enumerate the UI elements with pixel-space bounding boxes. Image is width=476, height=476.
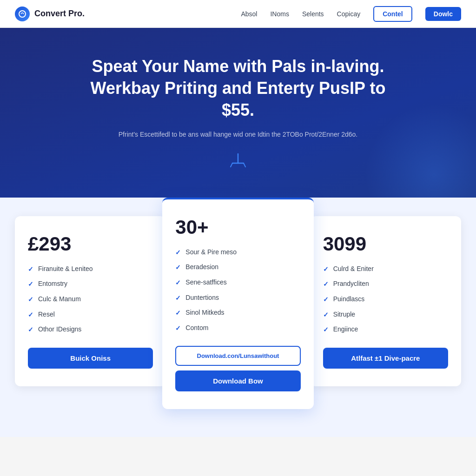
download-bow-button[interactable]: Download Bow [175, 370, 300, 391]
nav-link-4[interactable]: Copicay [337, 10, 361, 18]
feature-item: ✓Sene-satffices [175, 278, 300, 288]
check-icon: ✓ [175, 294, 181, 303]
nav-links: Absol INoms Selents Copicay Contel Dowlc [241, 6, 461, 22]
check-icon: ✓ [175, 248, 181, 258]
feature-item: ✓Beradesion [175, 263, 300, 272]
check-icon: ✓ [28, 280, 33, 289]
card-left-features: ✓Firanuite & Leniteo ✓Entomstry ✓Culc & … [28, 264, 153, 335]
check-icon: ✓ [175, 309, 181, 318]
check-icon: ✓ [175, 278, 181, 288]
check-icon: ✓ [28, 311, 33, 320]
check-icon: ✓ [323, 265, 329, 274]
nav-link-2[interactable]: INoms [270, 10, 289, 18]
nav-link-3[interactable]: Selents [302, 10, 324, 18]
hero-title: Speat Your Name with Pals in-laving.Werk… [75, 56, 401, 121]
svg-line-4 [244, 163, 245, 167]
card-center-outline-button[interactable]: Download.con/Lunsawithout [175, 346, 300, 366]
card-left-price: £293 [28, 233, 153, 255]
pricing-card-center: 30+ ✓Sour & Pire meso ✓Beradesion ✓Sene-… [162, 198, 313, 410]
check-icon: ✓ [28, 295, 33, 304]
svg-point-0 [19, 11, 26, 17]
feature-item: ✓Duntertions [175, 293, 300, 303]
svg-line-3 [231, 163, 232, 167]
card-right-features: ✓Culrd & Eniter ✓Prandycliten ✓Puindlasc… [323, 264, 448, 335]
check-icon: ✓ [323, 295, 329, 304]
feature-item: ✓Sitruple [323, 310, 448, 320]
card-center-features: ✓Sour & Pire meso ✓Beradesion ✓Sene-satf… [175, 248, 300, 333]
feature-item: ✓Resel [28, 310, 153, 320]
hero-icon [229, 151, 247, 170]
check-icon: ✓ [175, 263, 181, 272]
feature-item: ✓Contom [175, 324, 300, 333]
check-icon: ✓ [323, 280, 329, 289]
feature-item: ✓Culc & Manum [28, 295, 153, 304]
brand-name: Convert Pro. [34, 9, 85, 19]
hero-subtitle: Pfrint's Escettifedl to be ans wall hang… [99, 129, 377, 139]
card-right-price: 3099 [323, 233, 448, 255]
nav-download-button[interactable]: Dowlc [425, 7, 461, 21]
navbar: Convert Pro. Absol INoms Selents Copicay… [0, 0, 476, 28]
card-right-cta-button[interactable]: Atlfast ±1 Dive-pacre [323, 348, 448, 369]
feature-item: ✓Culrd & Eniter [323, 264, 448, 274]
pricing-card-left: £293 ✓Firanuite & Leniteo ✓Entomstry ✓Cu… [15, 216, 166, 386]
feature-item: ✓Engiince [323, 325, 448, 335]
nav-contel-button[interactable]: Contel [373, 6, 412, 22]
card-center-price: 30+ [175, 216, 300, 238]
pricing-cards: £293 ✓Firanuite & Leniteo ✓Entomstry ✓Cu… [15, 198, 461, 410]
feature-item: ✓Sour & Pire meso [175, 248, 300, 258]
brand-icon [15, 7, 30, 21]
feature-item: ✓Prandycliten [323, 279, 448, 289]
check-icon: ✓ [28, 265, 33, 274]
pricing-card-right: 3099 ✓Culrd & Eniter ✓Prandycliten ✓Puin… [310, 216, 461, 386]
check-icon: ✓ [28, 325, 33, 335]
nav-link-1[interactable]: Absol [241, 10, 257, 18]
feature-item: ✓Sinol Mitkeds [175, 308, 300, 318]
pricing-section: £293 ✓Firanuite & Leniteo ✓Entomstry ✓Cu… [0, 198, 476, 437]
brand: Convert Pro. [15, 7, 85, 21]
card-left-cta-button[interactable]: Buick Oniss [28, 348, 153, 369]
check-icon: ✓ [175, 324, 181, 333]
feature-item: ✓Firanuite & Leniteo [28, 264, 153, 274]
feature-item: ✓Puindlascs [323, 295, 448, 304]
feature-item: ✓Othor IDesigns [28, 325, 153, 335]
hero-section: Speat Your Name with Pals in-laving.Werk… [0, 28, 476, 225]
check-icon: ✓ [323, 311, 329, 320]
feature-item: ✓Entomstry [28, 279, 153, 289]
check-icon: ✓ [323, 325, 329, 335]
